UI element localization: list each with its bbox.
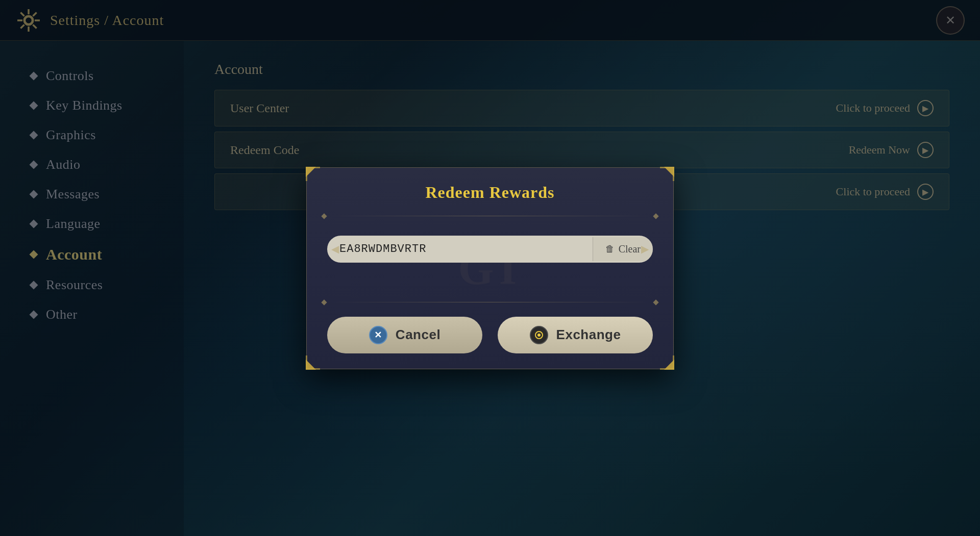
- redeem-code-input[interactable]: [339, 236, 593, 263]
- corner-tl-decoration: [306, 167, 320, 181]
- deco-line-inner: [330, 216, 650, 216]
- deco-diamond-right: [653, 213, 658, 219]
- corner-tr-decoration: [660, 167, 674, 181]
- input-right-arrow[interactable]: ▶: [641, 243, 649, 255]
- deco-diamond-right-b: [653, 299, 658, 305]
- cancel-icon: ✕: [369, 326, 387, 344]
- svg-rect-11: [306, 167, 320, 168]
- input-wrapper: ◀ 🗑 Clear ▶: [327, 236, 653, 263]
- exchange-button[interactable]: Exchange: [498, 317, 653, 353]
- svg-rect-15: [673, 167, 674, 181]
- cancel-label: Cancel: [396, 327, 440, 343]
- svg-rect-20: [660, 368, 674, 370]
- corner-br-decoration: [660, 355, 674, 370]
- modal-body: ◀ 🗑 Clear ▶: [307, 225, 673, 293]
- svg-rect-12: [306, 167, 307, 181]
- corner-bl-decoration: [306, 355, 320, 370]
- svg-rect-17: [306, 368, 320, 370]
- input-left-arrow[interactable]: ◀: [331, 243, 339, 255]
- input-container: 🗑 Clear: [327, 236, 653, 263]
- svg-rect-18: [306, 355, 307, 370]
- redeem-modal: GI Redeem Rewards ◀: [306, 167, 674, 369]
- clear-label: Clear: [619, 243, 641, 255]
- exchange-label: Exchange: [556, 327, 621, 343]
- svg-rect-21: [673, 355, 674, 370]
- modal-buttons: ✕ Cancel Exchange: [307, 312, 673, 369]
- top-deco-line: [307, 207, 673, 225]
- modal-overlay: GI Redeem Rewards ◀: [0, 0, 980, 536]
- modal-title: Redeem Rewards: [307, 168, 673, 207]
- deco-diamond-left-b: [321, 299, 327, 305]
- deco-diamond-left: [321, 213, 327, 219]
- svg-rect-14: [660, 167, 674, 168]
- cancel-button[interactable]: ✕ Cancel: [327, 317, 482, 353]
- exchange-circle-icon: [530, 326, 548, 344]
- svg-point-23: [537, 334, 541, 337]
- deco-line-inner-b: [330, 302, 650, 302]
- bottom-deco-line: [307, 293, 673, 312]
- trash-icon: 🗑: [605, 244, 615, 254]
